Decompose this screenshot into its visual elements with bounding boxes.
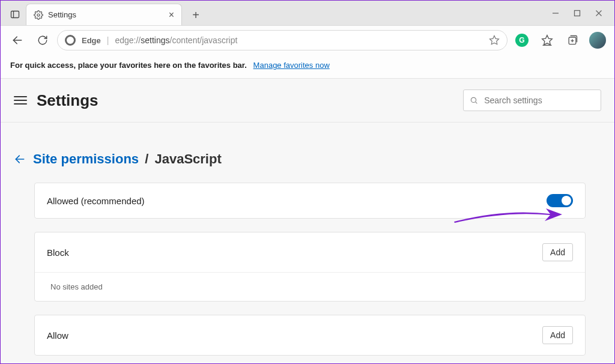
collections-icon[interactable] bbox=[562, 29, 583, 51]
breadcrumb-parent-link[interactable]: Site permissions bbox=[33, 151, 139, 166]
settings-cards: Allowed (recommended) Block Add No sites… bbox=[1, 183, 614, 356]
block-card: Block Add No sites added bbox=[34, 232, 586, 302]
browser-tab-settings[interactable]: Settings × bbox=[26, 4, 182, 25]
search-settings-input[interactable] bbox=[484, 96, 595, 105]
svg-point-14 bbox=[471, 97, 476, 102]
close-icon[interactable]: × bbox=[169, 10, 174, 20]
allowed-toggle[interactable] bbox=[547, 194, 573, 207]
breadcrumb: Site permissions / JavaScript bbox=[1, 123, 614, 183]
search-settings-field[interactable] bbox=[463, 89, 601, 111]
allowed-label: Allowed (recommended) bbox=[47, 196, 145, 206]
tab-strip: Settings × + bbox=[1, 1, 206, 25]
settings-content: Settings Site permissions / JavaScript A… bbox=[1, 79, 614, 363]
manage-favorites-link[interactable]: Manage favorites now bbox=[253, 61, 330, 70]
extension-grammarly-icon[interactable]: G bbox=[511, 29, 533, 51]
address-brand: Edge bbox=[82, 36, 101, 45]
allowed-card: Allowed (recommended) bbox=[34, 183, 586, 219]
tab-title: Settings bbox=[48, 10, 164, 19]
new-tab-button[interactable]: + bbox=[186, 5, 206, 25]
profile-avatar[interactable] bbox=[587, 29, 608, 51]
allow-label: Allow bbox=[47, 330, 68, 341]
tab-actions-icon[interactable] bbox=[4, 4, 26, 25]
svg-point-2 bbox=[37, 14, 40, 16]
block-add-button[interactable]: Add bbox=[542, 243, 573, 261]
allow-add-button[interactable]: Add bbox=[542, 326, 573, 344]
svg-marker-9 bbox=[542, 35, 553, 45]
favorites-icon[interactable] bbox=[536, 29, 558, 51]
favorites-bar: For quick access, place your favorites h… bbox=[1, 55, 614, 79]
maximize-icon[interactable] bbox=[574, 10, 581, 17]
edge-logo-icon bbox=[65, 35, 76, 46]
address-url: edge://settings/content/javascript bbox=[115, 35, 237, 45]
page-title: Settings bbox=[37, 91, 98, 110]
svg-rect-4 bbox=[575, 11, 580, 16]
settings-header: Settings bbox=[1, 79, 614, 123]
breadcrumb-current: JavaScript bbox=[154, 151, 221, 166]
gear-icon bbox=[34, 10, 43, 20]
favorites-bar-text: For quick access, place your favorites h… bbox=[10, 61, 247, 70]
browser-toolbar: Edge | edge://settings/content/javascrip… bbox=[1, 26, 614, 55]
window-titlebar: Settings × + bbox=[1, 1, 614, 26]
window-controls bbox=[552, 1, 611, 26]
allow-card: Allow Add bbox=[34, 315, 586, 356]
breadcrumb-separator: / bbox=[145, 151, 148, 166]
refresh-button[interactable] bbox=[32, 29, 53, 51]
window-close-icon[interactable] bbox=[595, 10, 602, 17]
search-icon bbox=[470, 96, 478, 105]
address-divider: | bbox=[107, 35, 109, 45]
back-button[interactable] bbox=[7, 29, 28, 51]
svg-marker-8 bbox=[490, 36, 499, 44]
block-label: Block bbox=[47, 247, 69, 258]
favorite-star-icon[interactable] bbox=[489, 35, 500, 46]
breadcrumb-text: Site permissions / JavaScript bbox=[33, 151, 222, 167]
block-empty-text: No sites added bbox=[35, 272, 585, 301]
menu-icon[interactable] bbox=[14, 96, 27, 105]
minimize-icon[interactable] bbox=[552, 10, 559, 17]
breadcrumb-back-icon[interactable] bbox=[14, 153, 26, 165]
address-bar[interactable]: Edge | edge://settings/content/javascrip… bbox=[57, 30, 507, 50]
svg-rect-0 bbox=[11, 11, 19, 18]
svg-line-15 bbox=[476, 102, 477, 104]
